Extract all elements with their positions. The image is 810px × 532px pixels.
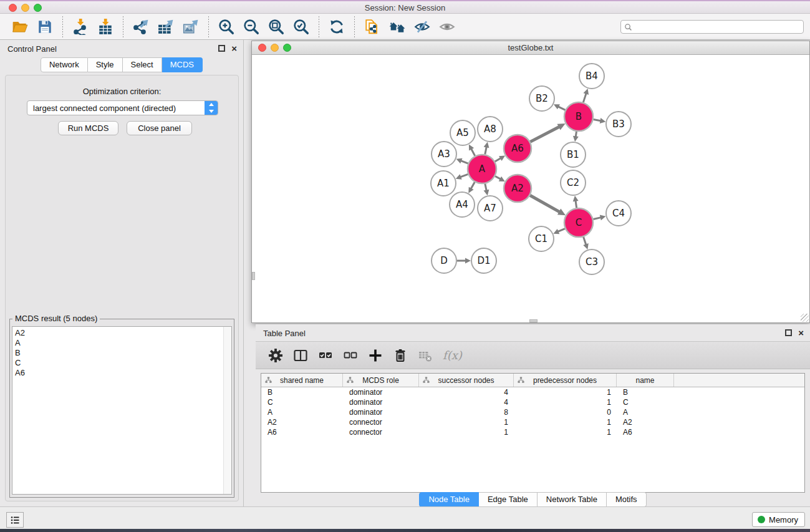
delete-table-button[interactable]: [414, 345, 436, 366]
network-graph[interactable]: B4B2BB3A5A8A6A3B1AC2A1A2A4A7C4CC1DD1C3: [252, 55, 809, 322]
edge-A-A1[interactable]: [460, 174, 468, 177]
close-table-panel-icon[interactable]: ×: [798, 329, 804, 336]
edge-A-A7[interactable]: [485, 184, 486, 191]
open-file-button[interactable]: [9, 17, 31, 37]
graph-node-D[interactable]: D: [432, 248, 456, 273]
gear-button[interactable]: [264, 345, 287, 366]
export-table-button[interactable]: [155, 17, 176, 37]
edge-B-B3[interactable]: [594, 119, 601, 120]
tab-node-table[interactable]: Node Table: [419, 492, 479, 507]
graph-node-C1[interactable]: C1: [529, 226, 554, 251]
export-image-button[interactable]: [180, 17, 201, 37]
graph-node-A[interactable]: A: [468, 155, 496, 183]
result-item[interactable]: A6: [15, 368, 231, 378]
graph-node-A8[interactable]: A8: [478, 117, 503, 142]
edge-A-A2[interactable]: [495, 176, 501, 179]
import-network-button[interactable]: [70, 17, 91, 37]
zoom-in-button[interactable]: [216, 17, 237, 37]
graph-node-A6[interactable]: A6: [504, 135, 531, 162]
tab-network-table[interactable]: Network Table: [538, 492, 607, 507]
edge-A-A5[interactable]: [471, 149, 475, 156]
edge-A-A3[interactable]: [461, 161, 468, 164]
table-row[interactable]: Adominator80A: [261, 407, 804, 417]
select-none-button[interactable]: [339, 345, 362, 366]
tab-network[interactable]: Network: [41, 57, 88, 72]
column-header-predecessor-nodes[interactable]: predecessor nodes: [514, 374, 617, 387]
result-item[interactable]: A: [15, 338, 231, 348]
horizontal-scroll-nub[interactable]: [529, 319, 538, 322]
column-header-shared-name[interactable]: shared name: [261, 374, 343, 387]
graph-node-B3[interactable]: B3: [606, 112, 631, 137]
resize-grip[interactable]: [801, 314, 809, 322]
hide-graphics-details-button[interactable]: [412, 17, 433, 37]
zoom-fit-button[interactable]: [266, 17, 287, 37]
columns-button[interactable]: [289, 345, 312, 366]
column-header-successor-nodes[interactable]: successor nodes: [419, 374, 514, 387]
refresh-button[interactable]: [326, 17, 347, 37]
import-table-button[interactable]: [95, 17, 116, 37]
show-graphics-details-button[interactable]: [436, 17, 458, 37]
clone-network-button[interactable]: [362, 17, 383, 37]
network-window-titlebar[interactable]: testGlobe.txt: [252, 41, 809, 55]
table-row[interactable]: A2connector11A2: [261, 417, 804, 427]
graph-node-B1[interactable]: B1: [561, 142, 586, 167]
node-table[interactable]: shared name MCDS role successor nodes pr…: [261, 373, 805, 493]
graph-node-C3[interactable]: C3: [579, 249, 604, 274]
graph-node-D1[interactable]: D1: [471, 248, 496, 273]
graph-node-A7[interactable]: A7: [478, 196, 503, 221]
home-network-button[interactable]: [387, 17, 408, 37]
graph-node-C[interactable]: C: [564, 208, 593, 237]
criterion-dropdown[interactable]: largest connected component (directed): [27, 100, 218, 115]
function-builder-button[interactable]: f(x): [443, 349, 462, 362]
float-table-panel-icon[interactable]: [785, 329, 792, 336]
edge-C-C4[interactable]: [593, 218, 600, 220]
edge-C-C2[interactable]: [576, 201, 577, 208]
export-network-button[interactable]: [130, 17, 152, 37]
edge-B-B2[interactable]: [558, 107, 565, 110]
network-canvas[interactable]: B4B2BB3A5A8A6A3B1AC2A1A2A4A7C4CC1DD1C3: [252, 55, 809, 322]
tab-style[interactable]: Style: [88, 57, 123, 72]
graph-node-B4[interactable]: B4: [579, 64, 604, 89]
edge-A-A8[interactable]: [485, 147, 486, 154]
table-row[interactable]: Cdominator41C: [261, 397, 804, 407]
task-history-button[interactable]: [6, 512, 24, 528]
delete-column-button[interactable]: [389, 345, 412, 366]
result-item[interactable]: A2: [15, 328, 231, 338]
result-scrollbar[interactable]: [223, 327, 231, 494]
graph-node-B[interactable]: B: [564, 102, 593, 131]
vertical-scroll-nub[interactable]: [252, 272, 255, 280]
graph-node-B2[interactable]: B2: [529, 86, 554, 111]
graph-node-C2[interactable]: C2: [561, 170, 586, 195]
close-panel-button[interactable]: Close panel: [127, 121, 192, 135]
float-panel-icon[interactable]: [218, 45, 225, 52]
graph-node-A1[interactable]: A1: [431, 171, 456, 196]
graph-node-A5[interactable]: A5: [450, 120, 475, 145]
memory-button[interactable]: Memory: [752, 512, 805, 527]
save-session-button[interactable]: [34, 17, 55, 37]
edge-A-A6[interactable]: [495, 158, 501, 162]
tab-mcds[interactable]: MCDS: [162, 57, 203, 72]
edge-A-A4[interactable]: [471, 182, 475, 189]
edge-A2-C[interactable]: [530, 195, 559, 212]
tab-edge-table[interactable]: Edge Table: [479, 492, 538, 507]
edge-B-B4[interactable]: [583, 94, 586, 103]
search-input[interactable]: [632, 21, 803, 32]
run-mcds-button[interactable]: Run MCDS: [58, 121, 118, 135]
zoom-selected-button[interactable]: [291, 17, 312, 37]
tab-motifs[interactable]: Motifs: [607, 492, 647, 507]
result-item[interactable]: C: [15, 358, 231, 368]
table-row[interactable]: Bdominator41B: [261, 387, 804, 397]
tab-select[interactable]: Select: [123, 57, 162, 72]
edge-A6-B[interactable]: [530, 127, 559, 142]
edge-C-C1[interactable]: [558, 229, 565, 232]
graph-node-A4[interactable]: A4: [450, 192, 475, 217]
edge-B-B1[interactable]: [576, 132, 576, 137]
graph-node-C4[interactable]: C4: [606, 201, 631, 226]
mcds-result-list[interactable]: A2ABCA6: [12, 326, 232, 495]
edge-C-C3[interactable]: [584, 237, 586, 245]
column-header-MCDS-role[interactable]: MCDS role: [343, 374, 419, 387]
table-row[interactable]: A6connector11A6: [261, 427, 804, 437]
zoom-out-button[interactable]: [241, 17, 262, 37]
add-column-button[interactable]: [364, 345, 387, 366]
graph-node-A3[interactable]: A3: [432, 142, 456, 167]
